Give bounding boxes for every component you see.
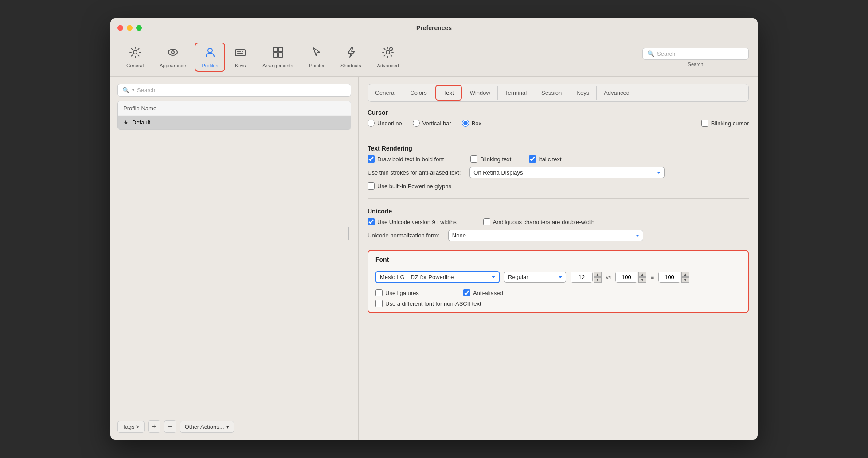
- toolbar-item-general-label: General: [126, 63, 144, 68]
- eye-icon: [167, 46, 179, 61]
- toolbar-search-input[interactable]: [657, 50, 744, 57]
- tab-session[interactable]: Session: [534, 86, 569, 100]
- scrollbar[interactable]: [348, 227, 349, 240]
- cursor-underline-radio[interactable]: [368, 120, 375, 127]
- pointer-icon: [311, 46, 323, 61]
- font-size-down[interactable]: ▼: [594, 277, 602, 283]
- tab-terminal[interactable]: Terminal: [498, 86, 534, 100]
- toolbar-search-box[interactable]: 🔍: [642, 48, 749, 60]
- font-size-up[interactable]: ▲: [594, 272, 602, 277]
- anti-aliased-checkbox[interactable]: [463, 289, 470, 296]
- tab-window[interactable]: Window: [463, 86, 498, 100]
- italic-text-option[interactable]: Italic text: [529, 155, 561, 163]
- blinking-cursor-group: Blinking cursor: [701, 120, 749, 127]
- ambiguous-checkbox[interactable]: [483, 218, 490, 225]
- blinking-text-option[interactable]: Blinking text: [470, 155, 511, 163]
- vli-down[interactable]: ▼: [638, 277, 646, 283]
- profile-item-default[interactable]: ★ Default: [118, 116, 351, 129]
- toolbar-item-general[interactable]: General: [119, 43, 151, 72]
- font-weight-select[interactable]: Regular Bold Light: [504, 272, 566, 283]
- tab-text[interactable]: Text: [435, 85, 462, 101]
- toolbar-items: General Appearance Pro: [119, 43, 642, 72]
- toolbar-item-pointer[interactable]: Pointer: [302, 43, 332, 72]
- profile-name-default: Default: [132, 119, 150, 126]
- blinking-text-checkbox[interactable]: [470, 155, 477, 163]
- tab-advanced[interactable]: Advanced: [597, 86, 637, 100]
- diff-font-option[interactable]: Use a different font for non-ASCII text: [375, 300, 481, 307]
- ambiguous-option[interactable]: Ambiguous characters are double-width: [483, 218, 594, 225]
- vli-stepper: ▲ ▼: [638, 272, 646, 283]
- anti-aliased-label: Anti-aliased: [473, 290, 503, 296]
- normalization-select[interactable]: None NFC NFD NFKC NFKD: [448, 230, 643, 241]
- font-section: Font Meslo LG L DZ for Powerline Monaco …: [368, 250, 749, 313]
- sidebar-search-input[interactable]: [137, 87, 346, 93]
- svg-point-13: [386, 50, 390, 54]
- tab-colors[interactable]: Colors: [403, 86, 434, 100]
- vli-group: ▲ ▼: [615, 272, 646, 283]
- italic-text-checkbox[interactable]: [529, 155, 536, 163]
- font-checkboxes-row2: Use a different font for non-ASCII text: [375, 300, 741, 307]
- unicode-version-checkbox[interactable]: [368, 218, 375, 225]
- thin-strokes-select[interactable]: On Retina Displays Always Never: [469, 167, 665, 178]
- ambiguous-label: Ambiguous characters are double-width: [493, 219, 594, 225]
- advanced-gear-icon: [382, 46, 394, 61]
- maximize-button[interactable]: [136, 25, 142, 31]
- cursor-box-label: Box: [472, 120, 481, 127]
- search-icon: 🔍: [647, 50, 654, 57]
- profile-list-header: Profile Name: [118, 101, 351, 116]
- powerline-checkbox[interactable]: [368, 182, 375, 190]
- vli-up[interactable]: ▲: [638, 272, 646, 277]
- add-profile-button[interactable]: +: [148, 420, 160, 433]
- draw-bold-option[interactable]: Draw bold text in bold font: [368, 155, 444, 163]
- blinking-cursor-option[interactable]: Blinking cursor: [701, 120, 749, 127]
- toolbar-item-appearance[interactable]: Appearance: [152, 43, 193, 72]
- tab-general[interactable]: General: [368, 86, 403, 100]
- toolbar-item-arrangements[interactable]: Arrangements: [255, 43, 300, 72]
- remove-profile-button[interactable]: −: [164, 420, 176, 433]
- main-content: General Colors Text Window Terminal Sess…: [359, 77, 758, 440]
- close-button[interactable]: [117, 25, 123, 31]
- toolbar-item-profiles[interactable]: Profiles: [195, 43, 225, 72]
- svg-rect-8: [237, 53, 243, 54]
- cursor-verticalbar-option[interactable]: Vertical bar: [413, 120, 451, 127]
- cursor-underline-label: Underline: [377, 120, 402, 127]
- unicode-section: Unicode Use Unicode version 9+ widths Am…: [368, 208, 749, 241]
- diff-font-checkbox[interactable]: [375, 300, 383, 307]
- unicode-version-option[interactable]: Use Unicode version 9+ widths: [368, 218, 457, 225]
- cursor-verticalbar-radio[interactable]: [413, 120, 420, 127]
- blinking-cursor-checkbox[interactable]: [701, 120, 708, 127]
- font-name-select[interactable]: Meslo LG L DZ for Powerline Monaco Menlo: [375, 271, 500, 283]
- blinking-text-label: Blinking text: [480, 156, 511, 163]
- font-size-input[interactable]: [571, 272, 593, 283]
- toolbar-item-shortcuts[interactable]: Shortcuts: [333, 43, 368, 72]
- ligatures-option[interactable]: Use ligatures: [375, 289, 419, 296]
- cursor-box-option[interactable]: Box: [462, 120, 481, 127]
- cursor-section: Cursor Underline Vertical bar Box: [368, 109, 749, 127]
- spacing-input[interactable]: [658, 272, 680, 283]
- vli-input[interactable]: [615, 272, 637, 283]
- keyboard-icon: [234, 46, 246, 61]
- svg-point-1: [168, 49, 177, 55]
- spacing-up[interactable]: ▲: [681, 272, 689, 277]
- traffic-lights: [117, 25, 142, 31]
- cursor-box-radio[interactable]: [462, 120, 469, 127]
- font-checkboxes-row1: Use ligatures Anti-aliased: [375, 289, 741, 296]
- svg-rect-7: [242, 51, 243, 52]
- sidebar-search-box[interactable]: 🔍 ▾: [117, 84, 351, 97]
- sidebar-footer: Tags > + − Other Actions... ▾: [117, 420, 351, 433]
- draw-bold-checkbox[interactable]: [368, 155, 375, 163]
- spacing-down[interactable]: ▼: [681, 277, 689, 283]
- svg-rect-10: [278, 47, 283, 52]
- toolbar-item-advanced[interactable]: Advanced: [370, 43, 406, 72]
- ligatures-checkbox[interactable]: [375, 289, 383, 296]
- tab-keys[interactable]: Keys: [569, 86, 597, 100]
- other-actions-button[interactable]: Other Actions... ▾: [180, 421, 234, 433]
- vli-label: v/i: [606, 275, 611, 280]
- tags-button[interactable]: Tags >: [117, 421, 145, 433]
- anti-aliased-option[interactable]: Anti-aliased: [463, 289, 503, 296]
- toolbar-item-keys[interactable]: Keys: [227, 43, 254, 72]
- toolbar-item-arrangements-label: Arrangements: [262, 63, 293, 68]
- powerline-option[interactable]: Use built-in Powerline glyphs: [368, 182, 451, 190]
- cursor-underline-option[interactable]: Underline: [368, 120, 402, 127]
- minimize-button[interactable]: [127, 25, 133, 31]
